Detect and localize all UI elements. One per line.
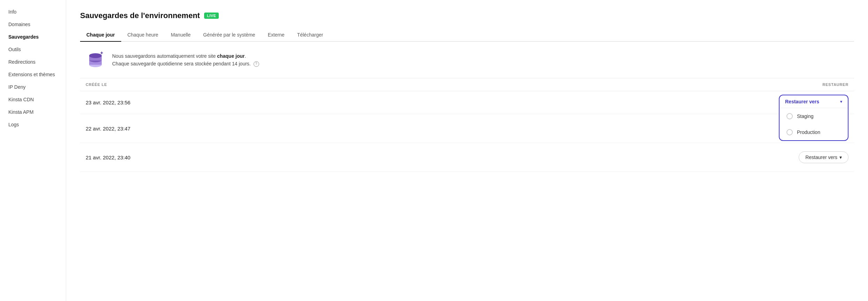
sidebar-item-kinsta-apm[interactable]: Kinsta APM: [0, 106, 66, 118]
backup-date: 23 avr. 2022, 23:56: [86, 100, 130, 105]
tab-manuelle[interactable]: Manuelle: [164, 29, 197, 42]
backup-illustration-icon: [86, 50, 105, 70]
tab-chaque-jour[interactable]: Chaque jour: [80, 29, 121, 42]
info-strong: chaque jour: [217, 53, 245, 59]
restore-option-label: Production: [797, 129, 820, 135]
restore-option-production[interactable]: Production: [780, 124, 848, 140]
sidebar-item-logs[interactable]: Logs: [0, 118, 66, 131]
table-rows-container: 23 avr. 2022, 23:56Restaurer vers▾Stagin…: [80, 91, 854, 172]
restore-btn-label: Restaurer vers: [785, 99, 819, 104]
sidebar-item-domaines[interactable]: Domaines: [0, 18, 66, 31]
sidebar-item-outils[interactable]: Outils: [0, 43, 66, 56]
restore-option-label: Staging: [797, 113, 813, 119]
page-header: Sauvegardes de l'environnement LIVE: [80, 11, 854, 20]
table-row: 22 avr. 2022, 23:47Restaurer vers▾: [80, 114, 854, 143]
sidebar-item-info[interactable]: Info: [0, 6, 66, 18]
backup-date: 22 avr. 2022, 23:47: [86, 126, 130, 132]
restore-dropdown-popup: Restaurer vers▾StagingProduction: [779, 95, 848, 141]
tab-chaque-heure[interactable]: Chaque heure: [121, 29, 165, 42]
restore-dropdown-header[interactable]: Restaurer vers▾: [780, 95, 848, 108]
restore-button[interactable]: Restaurer vers▾: [799, 151, 848, 163]
sidebar-item-sauvegardes[interactable]: Sauvegardes: [0, 31, 66, 43]
main-content: Sauvegardes de l'environnement LIVE Chaq…: [66, 0, 868, 301]
tabs-container: Chaque jourChaque heureManuelleGénérée p…: [80, 29, 854, 42]
restore-btn-label: Restaurer vers: [805, 155, 837, 160]
header-restore: RESTAURER: [822, 82, 848, 87]
info-text-after: .: [245, 53, 246, 59]
svg-point-4: [89, 53, 102, 58]
radio-staging[interactable]: [786, 113, 793, 119]
restore-option-staging[interactable]: Staging: [780, 108, 848, 124]
sidebar-item-kinsta-cdn[interactable]: Kinsta CDN: [0, 93, 66, 106]
radio-production[interactable]: [786, 129, 793, 135]
backup-date: 21 avr. 2022, 23:40: [86, 155, 130, 160]
header-created: CRÉÉE LE: [86, 82, 107, 87]
tab-telecharger[interactable]: Télécharger: [291, 29, 330, 42]
sidebar: InfoDomainesSauvegardesOutilsRedirection…: [0, 0, 66, 301]
page-title: Sauvegardes de l'environnement: [80, 11, 200, 20]
sidebar-item-extensions[interactable]: Extensions et thèmes: [0, 68, 66, 81]
chevron-down-icon: ▾: [839, 155, 842, 160]
tab-generee[interactable]: Générée par le système: [197, 29, 261, 42]
table-row: 23 avr. 2022, 23:56Restaurer vers▾Stagin…: [80, 91, 854, 114]
tab-externe[interactable]: Externe: [262, 29, 291, 42]
help-icon[interactable]: ?: [254, 61, 259, 67]
sidebar-item-redirections[interactable]: Redirections: [0, 56, 66, 68]
chevron-down-icon: ▾: [840, 99, 842, 104]
info-second-line: Chaque sauvegarde quotidienne sera stock…: [112, 61, 251, 66]
svg-rect-7: [100, 53, 103, 53]
table-row: 21 avr. 2022, 23:40Restaurer vers▾: [80, 143, 854, 172]
table-header: CRÉÉE LE RESTAURER: [80, 78, 854, 91]
info-box: Nous sauvegardons automatiquement votre …: [80, 42, 854, 78]
info-text-before: Nous sauvegardons automatiquement votre …: [112, 53, 217, 59]
live-badge: LIVE: [204, 13, 219, 19]
info-description: Nous sauvegardons automatiquement votre …: [112, 52, 259, 68]
sidebar-item-ip-deny[interactable]: IP Deny: [0, 81, 66, 93]
